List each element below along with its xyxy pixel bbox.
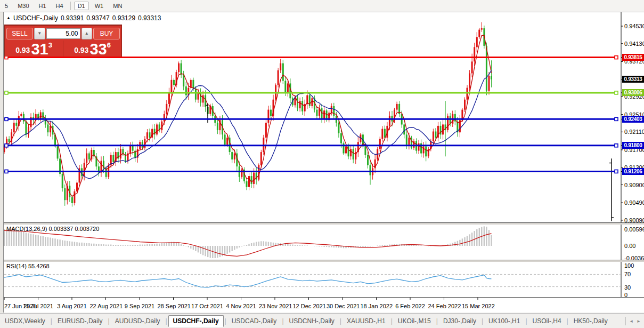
date-tick-label: 9 Sep 2021 <box>124 303 156 309</box>
date-tick-label: 18 Jan 2022 <box>361 303 393 309</box>
date-tick-label: 6 Feb 2022 <box>394 303 426 309</box>
date-tick-label: 3 Aug 2021 <box>56 303 88 309</box>
rsi-axis-label: 70 <box>624 271 631 277</box>
sell-button[interactable]: SELL <box>6 28 33 39</box>
date-tick-label: 23 Nov 2021 <box>259 303 291 309</box>
tab-scroll-right-icon[interactable]: ► <box>637 319 641 324</box>
tab-separator: | <box>281 317 284 325</box>
tab-separator: | <box>108 317 110 325</box>
price-tick-label: 0.90490 <box>624 199 644 206</box>
volume-input[interactable] <box>46 28 80 39</box>
date-tick-label: 12 Dec 2021 <box>293 303 325 309</box>
collapse-icon[interactable]: ▲ <box>6 15 11 20</box>
buy-button[interactable]: BUY <box>93 28 120 39</box>
date-tick-label: 24 Feb 2022 <box>428 303 460 309</box>
price-badge-0.93815: 0.93815 <box>622 54 644 61</box>
rsi-label: RSI(14) 55.4268 <box>6 263 50 269</box>
tab-separator: | <box>390 317 393 325</box>
price-badge-0.93006: 0.93006 <box>622 89 644 96</box>
ohlc-low: 0.93129 <box>112 14 135 22</box>
chart-tab-bar: USDX,Weekly|EURUSD-,Daily|AUDUSD-,Daily|… <box>0 313 644 328</box>
chart-tab-ukoil-m15[interactable]: UKOil-,M15 <box>394 316 435 326</box>
date-tick-label: 4 Nov 2021 <box>225 303 257 309</box>
tab-separator: | <box>525 317 527 325</box>
volume-decrease-button[interactable]: ▼ <box>34 28 45 39</box>
price-badge-0.91206: 0.91206 <box>622 168 644 175</box>
timeframe-button-H1[interactable]: H1 <box>35 2 50 10</box>
price-tick-label: 0.94130 <box>624 41 644 47</box>
timeframe-button-M30[interactable]: M30 <box>14 2 32 10</box>
tab-separator <box>625 317 626 325</box>
timeframe-button-5[interactable]: 5 <box>1 2 12 10</box>
chart-tab-usdcad-daily[interactable]: USDCAD-,Daily <box>227 316 281 326</box>
date-tick-label: 30 Dec 2021 <box>327 303 358 309</box>
timeframe-toolbar: 5M30H1H4D1W1MN <box>0 0 644 12</box>
sell-price-point: 3 <box>48 42 52 49</box>
timeframe-button-D1[interactable]: D1 <box>74 2 89 10</box>
chart-tab-audusd-daily[interactable]: AUDUSD-,Daily <box>111 316 165 326</box>
chart-tab-usdcnh-daily[interactable]: USDCNH-,Daily <box>285 316 339 326</box>
price-tick-label: 0.90090 <box>624 217 644 223</box>
macd-label: MACD(13,26,9) 0.003337 0.003720 <box>6 226 99 232</box>
rsi-value: 55.4268 <box>28 263 50 269</box>
tab-separator: | <box>50 317 53 325</box>
rsi-axis-label: 100 <box>624 262 634 269</box>
chart-title: ▲ USDCHF-,Daily 0.93391 0.93747 0.93129 … <box>6 14 161 22</box>
macd-axis-label: 0.005963 <box>624 226 644 233</box>
chart-tab-uk100-h1[interactable]: UK100-,H1 <box>484 316 524 326</box>
macd-value-main: 0.003337 <box>48 226 73 232</box>
sell-price[interactable]: 0.93 31 3 <box>5 41 63 57</box>
tab-separator: | <box>436 317 438 325</box>
buy-price-base: 0.93 <box>74 44 88 56</box>
buy-price[interactable]: 0.93 33 6 <box>63 41 121 57</box>
tab-separator: | <box>165 317 167 325</box>
macd-value-signal: 0.003720 <box>75 226 99 232</box>
ohlc-close: 0.93313 <box>138 14 161 22</box>
chart-tab-xauusd-h1[interactable]: XAUUSD-,H1 <box>343 316 390 326</box>
buy-price-point: 6 <box>107 42 111 49</box>
chart-tab-eurusd-daily[interactable]: EURUSD-,Daily <box>53 316 107 326</box>
price-tick-label: 0.92110 <box>624 129 644 135</box>
chart-tab-usoil-h4[interactable]: USOil-,H4 <box>528 316 566 326</box>
sell-price-pips: 31 <box>31 42 48 56</box>
timeframe-button-MN[interactable]: MN <box>109 2 126 10</box>
tab-separator: | <box>481 317 484 325</box>
chart-window: ▲ USDCHF-,Daily 0.93391 0.93747 0.93129 … <box>0 12 644 313</box>
sell-price-base: 0.93 <box>15 44 30 56</box>
mt4-terminal: 5M30H1H4D1W1MN ▲ USDCHF-,Daily 0.93391 0… <box>0 0 644 328</box>
toolbar-separator <box>70 2 71 10</box>
tab-separator: | <box>566 317 569 325</box>
price-tick-label: 0.94530 <box>624 23 644 29</box>
price-badge-0.92403: 0.92403 <box>622 116 644 123</box>
price-badge-0.93313: 0.93313 <box>622 76 644 83</box>
buy-price-pips: 33 <box>89 42 107 56</box>
price-tick-label: 0.90900 <box>624 182 644 188</box>
macd-axis-label: -0.003664 <box>624 255 644 261</box>
rsi-axis-label: 30 <box>624 284 631 291</box>
timeframe-button-W1[interactable]: W1 <box>91 2 108 10</box>
ohlc-open: 0.93391 <box>61 14 84 22</box>
chart-tab-dj30-daily[interactable]: DJ30-,Daily <box>439 316 480 326</box>
price-badge-0.91800: 0.91800 <box>622 142 644 149</box>
chart-tab-usdx-weekly[interactable]: USDX,Weekly <box>1 316 50 326</box>
date-tick-label: 15 Mar 2022 <box>462 303 494 309</box>
volume-increase-button[interactable]: ▲ <box>81 28 92 39</box>
tab-separator: | <box>224 317 227 325</box>
ohlc-high: 0.93747 <box>86 14 109 22</box>
date-tick-label: 22 Aug 2021 <box>90 303 122 309</box>
macd-axis-label: 0.00 <box>624 243 635 249</box>
chart-tab-usdchf-daily[interactable]: USDCHF-,Daily <box>168 315 224 327</box>
chart-tab-hk50-daily[interactable]: HK50-,Daily <box>569 316 612 326</box>
timeframe-button-H4[interactable]: H4 <box>52 2 67 10</box>
tab-scroll-left-icon[interactable]: ◄ <box>629 319 633 324</box>
date-tick-label: 17 Oct 2021 <box>191 303 223 309</box>
tab-separator: | <box>339 317 342 325</box>
rsi-axis-label: 0 <box>624 292 627 298</box>
chart-symbol-label: USDCHF-,Daily <box>13 14 58 22</box>
date-tick-label: 28 Sep 2021 <box>158 303 190 309</box>
date-tick-label: 15 Jul 2021 <box>22 303 54 309</box>
one-click-trading-panel: SELL ▼ ▲ BUY 0.93 31 3 0.93 33 6 <box>4 25 122 57</box>
window-left-frame <box>0 12 4 313</box>
